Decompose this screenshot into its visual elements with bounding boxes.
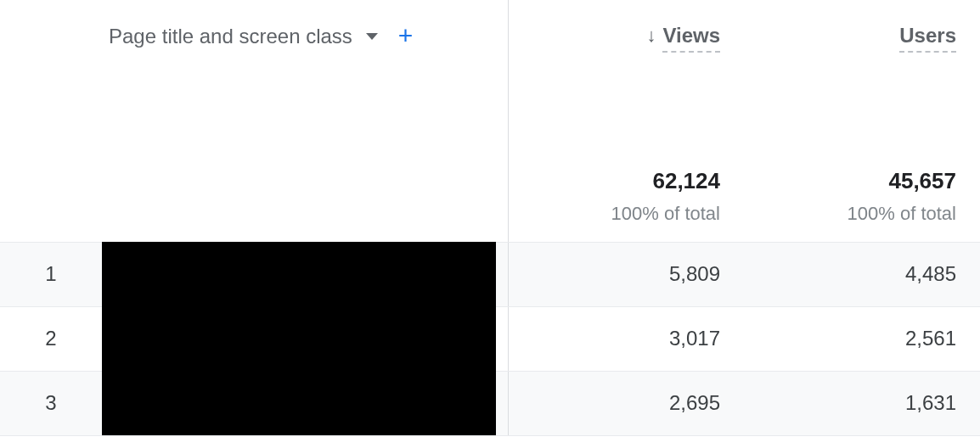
row-views: 5,809: [508, 242, 744, 306]
row-users: 4,485: [744, 242, 980, 306]
row-index: 2: [0, 306, 102, 371]
sort-descending-icon: ↓: [646, 24, 656, 48]
total-users-value: 45,657: [744, 168, 956, 194]
metric-label-users: Users: [899, 24, 956, 53]
row-index: 3: [0, 371, 102, 435]
row-users: 1,631: [744, 371, 980, 435]
row-users: 2,561: [744, 306, 980, 371]
total-views-subtext: 100% of total: [509, 203, 721, 225]
chevron-down-icon: [366, 33, 378, 40]
add-dimension-button[interactable]: +: [398, 23, 414, 48]
redacted-block: [102, 242, 496, 435]
dimension-header[interactable]: Page title and screen class +: [102, 0, 508, 49]
row-views: 3,017: [508, 306, 744, 371]
total-users-subtext: 100% of total: [744, 203, 956, 225]
dimension-label: Page title and screen class: [109, 25, 352, 48]
row-views: 2,695: [508, 371, 744, 435]
metric-header-users[interactable]: Users: [744, 0, 980, 53]
total-views-value: 62,124: [509, 168, 721, 194]
metric-label-views: Views: [662, 24, 720, 53]
row-index: 1: [0, 242, 102, 306]
metric-header-views[interactable]: ↓ Views: [509, 0, 745, 53]
